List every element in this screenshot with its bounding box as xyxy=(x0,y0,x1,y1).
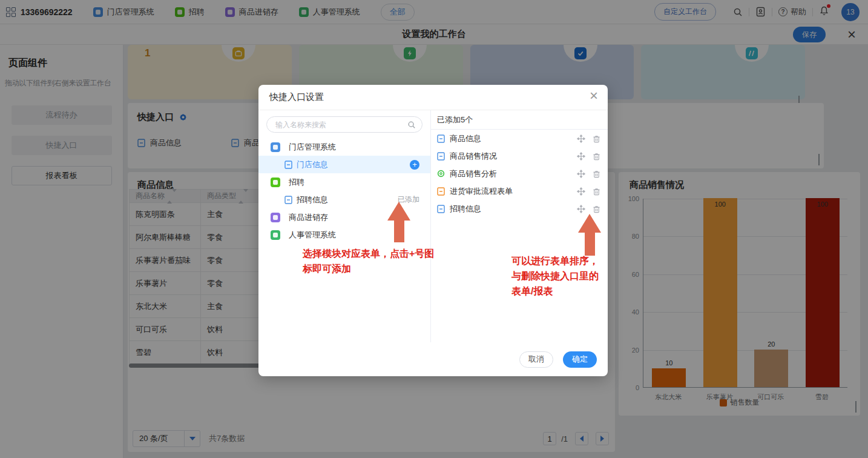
doc-icon xyxy=(284,196,292,204)
tip-line: 表单/报表 xyxy=(511,284,599,299)
trash-icon xyxy=(593,205,600,213)
modal-header: 快捷入口设置 × xyxy=(258,85,608,110)
trash-icon xyxy=(593,170,600,178)
drag-sort-handle[interactable] xyxy=(577,134,585,143)
arrow-stem xyxy=(585,233,595,256)
module-icon xyxy=(271,213,280,222)
annotation-right-tip: 可以进行表单排序，与删除快捷入口里的表单/报表 xyxy=(511,253,599,299)
tree-form[interactable]: 门店信息+ xyxy=(258,156,430,173)
arrow-stem xyxy=(394,221,404,242)
modal-close-icon[interactable]: × xyxy=(590,87,598,104)
annotation-left-tip: 选择模块对应表单，点击+号图标即可添加 xyxy=(303,246,437,276)
trash-icon xyxy=(593,187,600,196)
arrow-head xyxy=(578,214,601,233)
module-icon xyxy=(271,230,280,240)
delete-button[interactable] xyxy=(593,134,600,143)
move-icon xyxy=(577,134,585,143)
move-icon xyxy=(577,205,585,213)
tip-line: 可以进行表单排序， xyxy=(511,253,599,268)
doc-icon xyxy=(284,161,292,169)
tip-line: 与删除快捷入口里的 xyxy=(511,268,599,284)
added-item[interactable]: 商品销售情况 xyxy=(431,147,608,165)
drag-sort-handle[interactable] xyxy=(577,152,585,161)
module-icon xyxy=(271,178,280,187)
delete-button[interactable] xyxy=(593,187,600,196)
module-icon xyxy=(271,142,280,152)
search-input[interactable] xyxy=(267,121,407,129)
tree-module[interactable]: 招聘 xyxy=(258,173,430,191)
drag-sort-handle[interactable] xyxy=(577,170,585,178)
modal-title: 快捷入口设置 xyxy=(269,91,324,103)
added-item[interactable]: 进货审批流程表单 xyxy=(431,182,608,200)
trash-icon xyxy=(593,134,600,143)
add-icon[interactable]: + xyxy=(410,160,419,170)
move-icon xyxy=(577,152,585,161)
report-ring-icon xyxy=(437,170,445,178)
trash-icon xyxy=(593,152,600,161)
drag-sort-handle[interactable] xyxy=(577,187,585,196)
move-icon xyxy=(577,187,585,196)
app-root: 13369692222 门店管理系统 招聘 商品进销存 人事管理系统 全部 自定… xyxy=(0,0,868,458)
doc-icon xyxy=(437,205,445,213)
drag-sort-handle[interactable] xyxy=(577,205,585,213)
delete-button[interactable] xyxy=(593,170,600,178)
annotation-arrow-up xyxy=(387,202,410,242)
modal-body: 门店管理系统 门店信息+ 招聘 招聘信息已添加 商品进销存 人事管理系统 已添加… xyxy=(258,110,608,342)
move-icon xyxy=(577,170,585,178)
confirm-button[interactable]: 确定 xyxy=(563,351,597,368)
doc-icon xyxy=(437,187,445,196)
arrow-head xyxy=(387,202,410,221)
added-item[interactable]: 商品销售分析 xyxy=(431,165,608,182)
cancel-button[interactable]: 取消 xyxy=(519,351,553,368)
modal-footer: 取消 确定 xyxy=(258,342,608,376)
doc-icon xyxy=(437,152,445,161)
tree-module[interactable]: 门店管理系统 xyxy=(258,138,430,156)
search-icon[interactable] xyxy=(407,121,416,129)
delete-button[interactable] xyxy=(593,152,600,161)
added-items-list: 商品信息 商品销售情况 商品销售分析 进货审批流程表单 招聘信息 xyxy=(431,130,608,217)
delete-button[interactable] xyxy=(593,205,600,213)
search-box xyxy=(266,116,422,133)
shortcut-settings-modal: 快捷入口设置 × 门店管理系统 门店信息+ 招聘 招聘信息已添加 商品进销存 人 xyxy=(258,85,608,376)
added-count: 已添加5个 xyxy=(431,110,608,130)
annotation-arrow-up xyxy=(578,214,601,256)
doc-icon xyxy=(437,134,445,143)
added-item[interactable]: 商品信息 xyxy=(431,130,608,147)
